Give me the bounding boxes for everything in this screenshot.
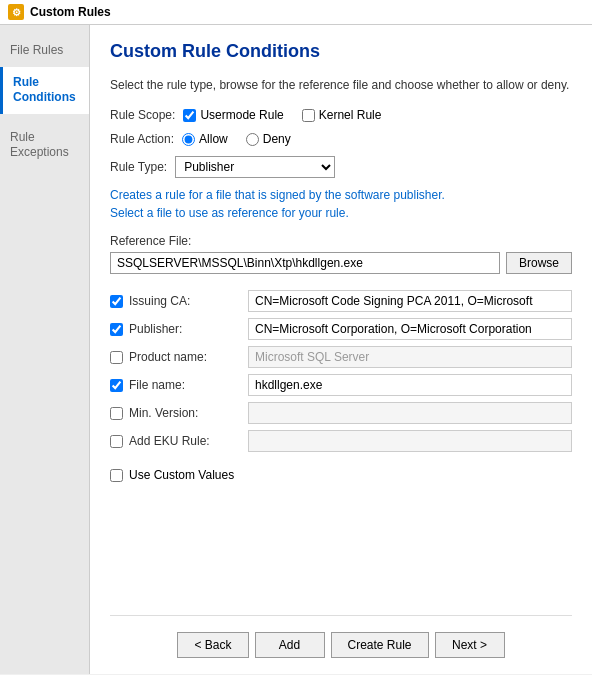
rule-scope-row: Rule Scope: Usermode Rule Kernel Rule — [110, 108, 572, 122]
page-title: Custom Rule Conditions — [110, 41, 572, 62]
allow-label: Allow — [199, 132, 228, 146]
min-version-label-cell: Min. Version: — [110, 406, 240, 420]
min-version-checkbox[interactable] — [110, 407, 123, 420]
usermode-rule-label: Usermode Rule — [200, 108, 283, 122]
fields-grid: Issuing CA: Publisher: Product name: Fil… — [110, 290, 572, 452]
usermode-rule-checkbox[interactable] — [183, 109, 196, 122]
file-name-checkbox[interactable] — [110, 379, 123, 392]
rule-action-label: Rule Action: — [110, 132, 174, 146]
product-name-input[interactable] — [248, 346, 572, 368]
use-custom-values-checkbox[interactable] — [110, 469, 123, 482]
main-container: File Rules Rule Conditions Rule Exceptio… — [0, 25, 592, 674]
create-rule-button[interactable]: Create Rule — [331, 632, 429, 658]
rule-action-row: Rule Action: Allow Deny — [110, 132, 572, 146]
kernel-rule-label: Kernel Rule — [319, 108, 382, 122]
reference-file-row: Browse — [110, 252, 572, 274]
kernel-rule-checkbox[interactable] — [302, 109, 315, 122]
file-name-input[interactable] — [248, 374, 572, 396]
title-bar: ⚙ Custom Rules — [0, 0, 592, 25]
title-bar-title: Custom Rules — [30, 5, 111, 19]
kernel-rule-checkbox-item: Kernel Rule — [302, 108, 382, 122]
reference-file-input[interactable] — [110, 252, 500, 274]
min-version-input[interactable] — [248, 402, 572, 424]
rule-type-select[interactable]: Publisher Path Hash — [175, 156, 335, 178]
issuing-ca-checkbox[interactable] — [110, 295, 123, 308]
product-name-label: Product name: — [129, 350, 207, 364]
product-name-checkbox[interactable] — [110, 351, 123, 364]
title-bar-icon: ⚙ — [8, 4, 24, 20]
file-name-label-cell: File name: — [110, 378, 240, 392]
rule-type-description: Creates a rule for a file that is signed… — [110, 186, 572, 222]
deny-label: Deny — [263, 132, 291, 146]
use-custom-values-row: Use Custom Values — [110, 468, 572, 482]
publisher-label-cell: Publisher: — [110, 322, 240, 336]
file-name-label: File name: — [129, 378, 185, 392]
issuing-ca-label-cell: Issuing CA: — [110, 294, 240, 308]
deny-radio[interactable] — [246, 133, 259, 146]
sidebar-item-file-rules[interactable]: File Rules — [0, 35, 89, 67]
issuing-ca-input[interactable] — [248, 290, 572, 312]
description-text: Select the rule type, browse for the ref… — [110, 76, 572, 94]
browse-button[interactable]: Browse — [506, 252, 572, 274]
rule-type-label: Rule Type: — [110, 160, 167, 174]
content-area: Custom Rule Conditions Select the rule t… — [90, 25, 592, 674]
min-version-label: Min. Version: — [129, 406, 198, 420]
sidebar-item-rule-exceptions[interactable]: Rule Exceptions — [0, 122, 89, 169]
add-eku-rule-label-cell: Add EKU Rule: — [110, 434, 240, 448]
deny-radio-item: Deny — [246, 132, 291, 146]
back-button[interactable]: < Back — [177, 632, 248, 658]
sidebar-item-rule-conditions[interactable]: Rule Conditions — [0, 67, 89, 114]
publisher-checkbox[interactable] — [110, 323, 123, 336]
add-eku-rule-checkbox[interactable] — [110, 435, 123, 448]
product-name-label-cell: Product name: — [110, 350, 240, 364]
usermode-rule-checkbox-item: Usermode Rule — [183, 108, 283, 122]
reference-file-label: Reference File: — [110, 234, 572, 248]
publisher-label: Publisher: — [129, 322, 182, 336]
next-button[interactable]: Next > — [435, 632, 505, 658]
publisher-input[interactable] — [248, 318, 572, 340]
add-eku-rule-input[interactable] — [248, 430, 572, 452]
sidebar: File Rules Rule Conditions Rule Exceptio… — [0, 25, 90, 674]
add-button[interactable]: Add — [255, 632, 325, 658]
rule-scope-label: Rule Scope: — [110, 108, 175, 122]
allow-radio-item: Allow — [182, 132, 228, 146]
rule-type-row: Rule Type: Publisher Path Hash — [110, 156, 572, 178]
use-custom-values-label: Use Custom Values — [129, 468, 234, 482]
allow-radio[interactable] — [182, 133, 195, 146]
add-eku-rule-label: Add EKU Rule: — [129, 434, 210, 448]
issuing-ca-label: Issuing CA: — [129, 294, 190, 308]
footer: < Back Add Create Rule Next > — [110, 615, 572, 658]
